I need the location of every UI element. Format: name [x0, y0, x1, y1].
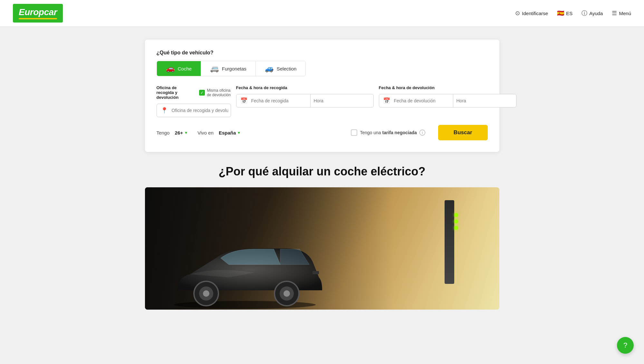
pickup-date-label-row: Fecha & hora de recogida — [236, 85, 374, 90]
age-selector[interactable]: Tengo 26+ ▾ — [157, 130, 187, 135]
pickup-label-row: Oficina de recogida y devolución ✓ Misma… — [157, 85, 231, 100]
chat-button[interactable]: ? — [617, 337, 634, 354]
negotiated-checkbox[interactable] — [351, 129, 357, 136]
negotiated-text: Tengo una tarifa negociada — [360, 130, 417, 135]
vehicle-tabs: 🚗 Coche 🚐 Furgonetas 🚙 Selection — [157, 61, 306, 76]
logo-underline — [19, 18, 57, 19]
location-icon: 📍 — [157, 107, 172, 114]
charging-light-2 — [454, 219, 458, 223]
hamburger-icon: ☰ — [612, 10, 617, 17]
country-selector[interactable]: Vivo en España ▾ — [197, 130, 240, 135]
pickup-office-input[interactable] — [172, 104, 231, 117]
logo-text: Europcar — [19, 7, 57, 17]
country-prefix: Vivo en — [197, 130, 214, 135]
tab-selection[interactable]: 🚙 Selection — [256, 61, 306, 76]
help-nav-item[interactable]: ⓘ Ayuda — [582, 9, 603, 17]
return-date-label-row: Fecha & hora de devolución — [379, 85, 516, 90]
return-date-group: Fecha & hora de devolución 📅 — [379, 85, 516, 107]
sedan-icon: 🚙 — [265, 64, 274, 73]
country-chevron-icon: ▾ — [238, 130, 240, 135]
same-office-text: Misma oficina de devolución — [207, 88, 231, 97]
pickup-date-group: Fecha & hora de recogida 📅 — [236, 85, 374, 107]
hero-image — [145, 187, 499, 310]
car-silhouette — [164, 226, 325, 310]
search-button[interactable]: Buscar — [438, 125, 488, 140]
charging-pole — [445, 200, 454, 284]
return-date-input[interactable] — [394, 94, 453, 107]
login-nav-item[interactable]: ⊙ Identificarse — [515, 10, 548, 17]
same-office-row: ✓ Misma oficina de devolución — [199, 88, 231, 97]
svg-point-3 — [203, 290, 209, 297]
negotiated-row: Tengo una tarifa negociada i — [351, 129, 425, 136]
tab-selection-label: Selection — [277, 66, 297, 71]
form-row: Oficina de recogida y devolución ✓ Misma… — [157, 85, 488, 117]
return-hour-input[interactable] — [453, 94, 516, 107]
login-label: Identificarse — [522, 11, 548, 16]
svg-rect-7 — [312, 271, 319, 274]
country-value: España — [219, 130, 236, 135]
charging-lights — [454, 213, 458, 230]
age-value: 26+ — [175, 130, 183, 135]
user-icon: ⊙ — [515, 10, 520, 17]
menu-nav-item[interactable]: ☰ Menú — [612, 10, 631, 17]
pickup-office-input-row: 📍 — [157, 104, 231, 117]
info-nav-icon: ⓘ — [582, 9, 587, 17]
header: Europcar ⊙ Identificarse 🇪🇸 ES ⓘ Ayuda ☰… — [0, 0, 644, 27]
calendar-return-icon: 📅 — [379, 97, 394, 104]
bottom-row: Tengo 26+ ▾ Vivo en España ▾ Tengo una t… — [157, 125, 488, 140]
svg-point-6 — [284, 290, 290, 297]
section-title: ¿Por qué alquilar un coche eléctrico? — [145, 165, 499, 178]
nav-right: ⊙ Identificarse 🇪🇸 ES ⓘ Ayuda ☰ Menú — [515, 9, 631, 17]
tab-coche-label: Coche — [178, 66, 192, 71]
logo[interactable]: Europcar — [13, 4, 63, 23]
search-box: ¿Qué tipo de vehículo? 🚗 Coche 🚐 Furgone… — [145, 40, 499, 152]
same-office-checkbox[interactable]: ✓ — [199, 90, 205, 96]
pickup-office-label: Oficina de recogida y devolución — [157, 85, 194, 100]
tab-furgonetas-label: Furgonetas — [222, 66, 246, 71]
tab-coche[interactable]: 🚗 Coche — [157, 61, 201, 76]
van-icon: 🚐 — [210, 64, 219, 73]
vehicle-type-label: ¿Qué tipo de vehículo? — [157, 50, 488, 56]
language-label: ES — [566, 11, 572, 16]
pickup-date-input-row: 📅 — [236, 94, 374, 107]
age-chevron-icon: ▾ — [185, 130, 187, 135]
charging-light-1 — [454, 213, 458, 217]
flag-icon: 🇪🇸 — [557, 10, 564, 17]
calendar-pickup-icon: 📅 — [236, 97, 251, 104]
return-date-label: Fecha & hora de devolución — [379, 85, 435, 90]
pickup-date-label: Fecha & hora de recogida — [236, 85, 287, 90]
car-icon: 🚗 — [166, 64, 175, 73]
menu-label: Menú — [619, 11, 631, 16]
age-prefix: Tengo — [157, 130, 170, 135]
negotiated-info-icon[interactable]: i — [419, 130, 425, 135]
pickup-office-group: Oficina de recogida y devolución ✓ Misma… — [157, 85, 231, 117]
chat-icon: ? — [623, 341, 627, 350]
main-content: ¿Qué tipo de vehículo? 🚗 Coche 🚐 Furgone… — [0, 27, 644, 322]
tab-furgonetas[interactable]: 🚐 Furgonetas — [201, 61, 256, 76]
language-nav-item[interactable]: 🇪🇸 ES — [557, 10, 572, 17]
pickup-hour-input[interactable] — [310, 94, 373, 107]
return-date-input-row: 📅 — [379, 94, 516, 107]
pickup-date-input[interactable] — [251, 94, 310, 107]
help-label: Ayuda — [589, 11, 603, 16]
charging-light-3 — [454, 226, 458, 230]
